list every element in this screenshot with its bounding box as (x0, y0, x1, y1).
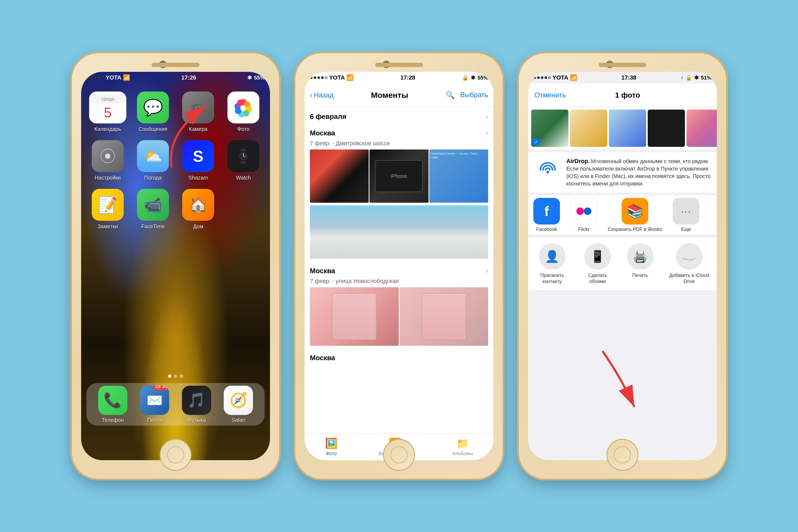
speaker-2 (375, 63, 423, 67)
app-facetime[interactable]: 📹 FaceTime (134, 189, 172, 230)
svg-point-14 (105, 153, 110, 159)
wallpaper-icon: 📱 (584, 243, 611, 270)
app-camera[interactable]: Камера (179, 92, 217, 132)
strip-photo-3[interactable] (609, 110, 646, 147)
photo-cell-3[interactable]: Некоторые иноки — не раз. Такие само... (429, 150, 488, 203)
app-shazam[interactable]: S Shazam (179, 140, 217, 181)
dock-mail[interactable]: ✉️ 25 340 Почта (140, 386, 169, 423)
dot5 (101, 76, 104, 79)
svg-point-24 (584, 208, 591, 215)
cal-weekday: среда (89, 95, 126, 103)
time-3: 17:38 (621, 74, 636, 81)
section-city-3: Москва (305, 348, 493, 365)
section-city-2: Москва › (305, 261, 493, 278)
facebook-icon: f (533, 198, 560, 225)
home-button-1[interactable] (159, 439, 191, 471)
back-label: Назад (314, 91, 334, 99)
city-label-2: Москва (310, 267, 335, 275)
tab-albums[interactable]: 📁 Альбомы (452, 438, 473, 456)
status-bar-1: YOTA 📶 17:26 ✱ 55% (81, 72, 270, 83)
strip-photo-4[interactable] (648, 110, 685, 147)
svg-rect-4 (202, 105, 204, 107)
app-notes[interactable]: 📝 Заметки (89, 189, 126, 230)
app-photos[interactable]: Фото (225, 92, 262, 132)
photo-iphone-1[interactable] (310, 287, 399, 346)
time-1: 17:26 (182, 74, 196, 81)
app-messages[interactable]: 💬 Сообщения (134, 92, 172, 132)
action-icloud[interactable]: ☁️ Добавить в iCloud Drive (662, 243, 717, 285)
app-watch[interactable]: Watch (225, 140, 262, 181)
svg-point-22 (546, 171, 549, 173)
share-count: 1 фото (615, 91, 640, 99)
share-screen: YOTA 📶 17:38 ↑ 🔒 ✱ 51% Отменить 1 фото (528, 72, 717, 460)
wifi-icon-1: 📶 (123, 74, 130, 81)
app-weather[interactable]: ⛅ Погода (134, 140, 172, 181)
photo-grid-2 (310, 287, 488, 346)
strip-photo-2[interactable] (570, 110, 607, 147)
back-button[interactable]: ‹ Назад (310, 91, 334, 99)
photo-snow[interactable] (310, 205, 488, 259)
action-contact[interactable]: 👤 Присвоить контакту (528, 243, 576, 285)
bluetooth-icon-1: ✱ (247, 75, 252, 81)
tab-photos-label: Фото (326, 451, 337, 456)
flickr-label: Flickr (578, 227, 590, 232)
app-label-home: Дом (193, 224, 204, 230)
tab-albums-label: Альбомы (452, 451, 473, 456)
albums-tab-icon: 📁 (456, 438, 469, 449)
select-button[interactable]: Выбрать (460, 91, 488, 99)
carrier-2: YOTA (329, 74, 345, 81)
cancel-button[interactable]: Отменить (534, 91, 566, 99)
dock-safari[interactable]: 🧭 Safari (224, 386, 253, 423)
dock: 📞 Телефон ✉️ 25 340 Почта 🎵 Музыка (87, 383, 265, 425)
dock-label-mail: Почта (147, 417, 162, 423)
airdrop-section: AirDrop. Мгновенный обмен данными с теми… (528, 152, 717, 193)
share-more[interactable]: ··· Еще (667, 198, 705, 232)
action-print[interactable]: 🖨️ Печать (619, 243, 662, 285)
print-label: Печать (632, 272, 648, 279)
svg-point-2 (196, 107, 200, 111)
dot3 (94, 76, 97, 79)
cal-day: 5 (104, 104, 112, 120)
dock-phone[interactable]: 📞 Телефон (98, 386, 128, 423)
app-label-notes: Заметки (98, 224, 118, 230)
home-button-3[interactable] (607, 439, 639, 471)
app-calendar[interactable]: среда 5 Календарь (89, 92, 126, 132)
print-icon: 🖨️ (627, 243, 653, 270)
phone-1: YOTA 📶 17:26 ✱ 55% среда 5 (72, 53, 279, 479)
battery-2: 55% (477, 75, 488, 81)
moments-title: Моменты (371, 91, 408, 100)
time-2: 17:28 (400, 74, 415, 81)
share-nav: Отменить 1 фото (528, 83, 717, 107)
svg-rect-16 (241, 161, 246, 163)
signal-dots (87, 76, 104, 79)
strip-photo-1[interactable] (531, 110, 568, 147)
app-settings[interactable]: Настройки (89, 140, 126, 181)
photo-strip: 🌆 (528, 107, 717, 150)
strip-photo-5[interactable] (687, 110, 717, 147)
app-label-weather: Погода (144, 175, 162, 181)
dock-label-safari: Safari (231, 417, 245, 423)
app-home[interactable]: 🏠 Дом (179, 189, 217, 230)
wifi-2: 📶 (346, 74, 354, 81)
dot1 (87, 76, 89, 79)
section-city-1: Москва › (305, 124, 493, 140)
search-icon[interactable]: 🔍 (445, 91, 455, 99)
action-wallpaper[interactable]: 📱 Сделать обоями (576, 243, 619, 285)
date-label-1: 6 февраля (310, 113, 346, 121)
photo-cell-2[interactable]: iPhone (369, 150, 428, 203)
svg-point-12 (237, 99, 243, 106)
speaker-1 (152, 63, 200, 67)
chevron-2: › (486, 129, 488, 137)
dock-music[interactable]: 🎵 Музыка (182, 386, 211, 423)
photo-iphone-2[interactable] (400, 287, 488, 346)
home-button-2[interactable] (383, 439, 415, 471)
share-ibooks[interactable]: 📚 Сохранить PDF в iBooks (603, 198, 667, 232)
share-flickr[interactable]: Flickr (565, 198, 603, 232)
app-label-photos: Фото (237, 126, 249, 132)
share-facebook[interactable]: f Facebook (528, 198, 565, 232)
photo-cell-1[interactable] (310, 150, 369, 203)
icloud-icon: ☁️ (676, 243, 703, 270)
battery-3: 51% (701, 75, 711, 81)
tab-photos[interactable]: 🖼️ Фото (325, 438, 338, 456)
dot2 (90, 76, 93, 79)
